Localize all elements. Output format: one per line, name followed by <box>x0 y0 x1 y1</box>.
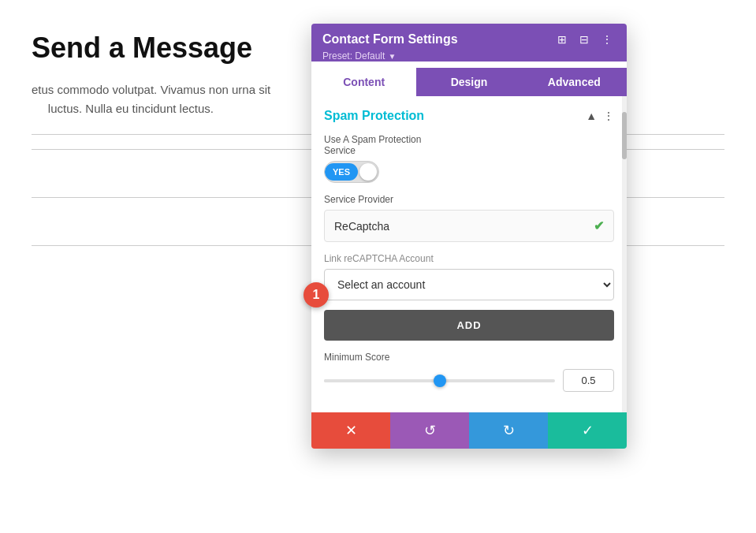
undo-button[interactable]: ↺ <box>390 412 469 449</box>
toggle-yes-label: YES <box>325 163 358 181</box>
use-service-label: Use A Spam ProtectionService <box>324 134 614 156</box>
slider-thumb[interactable] <box>434 375 446 387</box>
panel-title: Contact Form Settings <box>322 32 458 47</box>
provider-option[interactable]: ReCaptcha ✔ <box>324 210 614 242</box>
panel-header-top: Contact Form Settings ⊞ ⊟ ⋮ <box>322 32 616 47</box>
select-account-dropdown[interactable]: Select an account <box>324 269 614 300</box>
expand-icon-button[interactable]: ⊞ <box>554 32 570 47</box>
spam-protection-toggle[interactable]: YES <box>324 161 379 183</box>
more-options-button[interactable]: ⋮ <box>598 32 616 47</box>
slider-fill <box>324 379 440 382</box>
section-header: Spam Protection ▲ ⋮ <box>324 109 614 123</box>
provider-check-icon: ✔ <box>594 218 604 233</box>
contact-form-settings-panel: Contact Form Settings ⊞ ⊟ ⋮ Preset: Defa… <box>311 24 627 449</box>
tab-advanced[interactable]: Advanced <box>522 68 627 96</box>
redo-icon: ↻ <box>503 422 515 439</box>
grid-icon-button[interactable]: ⊟ <box>576 32 592 47</box>
scrollbar-track <box>622 96 627 412</box>
section-collapse-button[interactable]: ▲ <box>586 110 597 122</box>
score-input[interactable] <box>563 369 614 392</box>
cancel-icon: ✕ <box>345 422 357 439</box>
provider-name: ReCaptcha <box>334 220 389 233</box>
panel-footer: ✕ ↺ ↻ ✓ <box>311 412 627 449</box>
panel-body: Spam Protection ▲ ⋮ Use A Spam Protectio… <box>311 96 627 412</box>
step-badge: 1 <box>304 282 329 308</box>
add-button[interactable]: ADD <box>324 310 614 341</box>
minimum-score-row: Minimum Score <box>324 352 614 392</box>
scrollbar-thumb[interactable] <box>622 112 627 159</box>
slider-track[interactable] <box>324 379 555 382</box>
tab-design[interactable]: Design <box>416 68 521 96</box>
save-icon: ✓ <box>582 422 594 439</box>
link-api-label: Link reCAPTCHA Account <box>324 253 614 264</box>
use-spam-protection-row: Use A Spam ProtectionService YES <box>324 134 614 183</box>
section-actions: ▲ ⋮ <box>586 110 614 122</box>
cancel-button[interactable]: ✕ <box>311 412 390 449</box>
toggle-circle <box>359 163 377 181</box>
undo-icon: ↺ <box>424 422 436 439</box>
save-button[interactable]: ✓ <box>548 412 627 449</box>
tab-content[interactable]: Content <box>311 68 416 96</box>
preset-label: Preset: Default <box>322 50 385 62</box>
section-title: Spam Protection <box>324 109 424 123</box>
score-slider-row <box>324 369 614 392</box>
section-more-button[interactable]: ⋮ <box>603 110 614 122</box>
panel-header-icons: ⊞ ⊟ ⋮ <box>554 32 616 47</box>
min-score-label: Minimum Score <box>324 352 614 363</box>
panel-preset[interactable]: Preset: Default ▼ <box>322 50 616 62</box>
redo-button[interactable]: ↻ <box>469 412 548 449</box>
preset-arrow-icon: ▼ <box>388 52 396 61</box>
panel-header: Contact Form Settings ⊞ ⊟ ⋮ Preset: Defa… <box>311 24 627 62</box>
service-provider-row: Service Provider ReCaptcha ✔ <box>324 194 614 242</box>
panel-tabs: Content Design Advanced <box>311 68 627 96</box>
service-provider-label: Service Provider <box>324 194 614 205</box>
